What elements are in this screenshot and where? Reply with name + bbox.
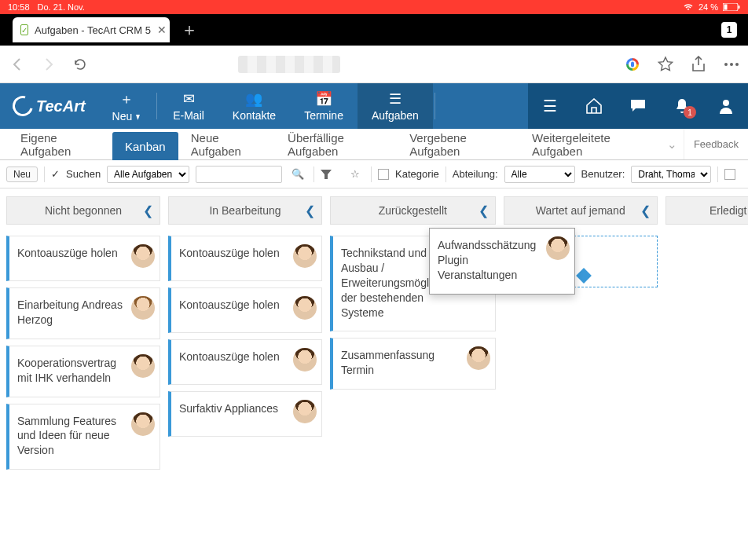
svg-point-4 — [730, 63, 733, 66]
avatar — [131, 354, 155, 378]
collapse-icon[interactable]: ❮ — [143, 203, 153, 218]
avatar — [131, 412, 155, 436]
home-button[interactable] — [572, 98, 616, 114]
column-header: Nicht begonnen ❮ — [6, 196, 160, 225]
kanban-card[interactable]: Kooperationsvertrag mit IHK verhandeln — [6, 346, 160, 397]
app-topnav: TecArt ＋ Neu ▾ ✉ E-Mail 👥 Kontakte 📅 Ter… — [0, 83, 748, 129]
check-icon[interactable]: ✓ — [51, 168, 60, 180]
tab-title: Aufgaben - TecArt CRM 5 — [35, 24, 151, 36]
collapse-icon[interactable]: ❮ — [305, 203, 315, 218]
avatar — [293, 400, 317, 423]
contacts-icon: 👥 — [245, 90, 262, 108]
back-button[interactable] — [8, 55, 27, 74]
tab-favicon: ✓ — [20, 24, 28, 35]
column-header: Wartet auf jemand ❮ — [504, 196, 658, 225]
browser-tab[interactable]: ✓ Aufgaben - TecArt CRM 5 ✕ — [13, 17, 170, 42]
avatar — [131, 244, 155, 268]
filter-bar: Neu ✓ Suchen Alle Aufgaben 🔍 ☆ Kategorie… — [0, 160, 748, 188]
notifications-button[interactable]: 1 — [660, 98, 704, 114]
subnav: Eigene Aufgaben Kanban Neue Aufgaben Übe… — [0, 129, 748, 160]
avatar — [131, 296, 155, 320]
subtab-kanban[interactable]: Kanban — [112, 132, 178, 160]
alert-badge: 1 — [684, 106, 696, 119]
kanban-column-erledigt: Erledigt — [666, 196, 748, 551]
close-tab-icon[interactable]: ✕ — [157, 24, 167, 36]
kanban-card[interactable]: Kontoauszüge holen — [168, 287, 322, 333]
new-tab-button[interactable]: ＋ — [181, 18, 198, 42]
collapse-icon[interactable]: ❮ — [640, 203, 651, 218]
subtab-weitergeleitet[interactable]: Weitergeleitete Aufgaben — [519, 129, 661, 159]
collapse-icon[interactable]: ❮ — [478, 203, 489, 218]
kanban-card[interactable]: Einarbeitung Andreas Herzog — [6, 287, 160, 339]
kanban-card[interactable]: Surfaktiv Appliances — [168, 391, 322, 437]
kanban-card[interactable]: Zusammenfassung Termin — [330, 338, 496, 390]
wifi-icon — [683, 3, 694, 11]
nav-termine[interactable]: 📅 Termine — [290, 83, 358, 129]
nav-email[interactable]: ✉ E-Mail — [159, 83, 218, 129]
benutzer-select[interactable]: Draht, Thomas — [631, 166, 711, 183]
kanban-card-dragging[interactable]: Aufwandsschätzung Plugin Veranstaltungen — [429, 228, 575, 295]
kanban-card[interactable]: Kontoauszüge holen — [168, 339, 322, 385]
voice-search-icon[interactable] — [624, 56, 641, 73]
nav-kontakte[interactable]: 👥 Kontakte — [218, 83, 290, 129]
extra-checkbox[interactable] — [724, 169, 735, 180]
bookmark-star-icon[interactable] — [657, 56, 674, 73]
menu-button[interactable]: ☰ — [528, 97, 572, 115]
app-logo[interactable]: TecArt — [0, 83, 98, 129]
abteilung-label: Abteilung: — [453, 168, 498, 180]
nav-neu[interactable]: ＋ Neu ▾ — [98, 83, 156, 129]
status-time: 10:58 — [8, 2, 30, 12]
column-header: Zurückgestellt ❮ — [330, 196, 496, 225]
reload-button[interactable] — [71, 55, 90, 74]
profile-button[interactable] — [704, 98, 748, 114]
forward-button[interactable] — [39, 55, 58, 74]
more-menu-icon[interactable] — [723, 56, 740, 73]
url-bar[interactable] — [238, 56, 340, 73]
column-header: Erledigt — [666, 196, 748, 225]
benutzer-label: Benutzer: — [581, 168, 625, 180]
search-label: Suchen — [66, 168, 101, 180]
subtab-more[interactable]: ⌄ — [661, 129, 684, 159]
share-icon[interactable] — [690, 56, 707, 73]
feedback-link[interactable]: Feedback — [684, 129, 748, 159]
tab-count-button[interactable]: 1 — [721, 22, 737, 38]
kanban-card[interactable]: Sammlung Features und Ideen für neue Ver… — [6, 404, 160, 470]
subtab-neue[interactable]: Neue Aufgaben — [178, 129, 275, 159]
favorite-icon[interactable]: ☆ — [346, 168, 365, 180]
kanban-card[interactable]: Kontoauszüge holen — [6, 236, 160, 281]
avatar — [293, 348, 317, 372]
filter-icon[interactable] — [321, 170, 339, 179]
subtab-ueberfaellig[interactable]: Überfällige Aufgaben — [275, 129, 397, 159]
subtab-vergeben[interactable]: Vergebene Aufgaben — [397, 129, 519, 159]
kanban-column-in-bearbeitung: In Bearbeitung ❮ Kontoauszüge holen Kont… — [168, 196, 322, 551]
svg-rect-1 — [724, 5, 728, 10]
search-input[interactable] — [196, 166, 282, 183]
category-label: Kategorie — [395, 168, 439, 180]
battery-icon — [723, 3, 740, 11]
kanban-board: Nicht begonnen ❮ Kontoauszüge holen Eina… — [0, 188, 748, 558]
status-battery-pct: 24 % — [698, 2, 718, 12]
new-task-button[interactable]: Neu — [6, 167, 38, 182]
avatar — [293, 244, 317, 268]
calendar-icon: 📅 — [315, 90, 332, 108]
status-date: Do. 21. Nov. — [38, 2, 85, 12]
ios-status-bar: 10:58 Do. 21. Nov. 24 % — [0, 0, 748, 14]
category-checkbox[interactable] — [378, 169, 389, 180]
svg-point-6 — [723, 100, 729, 106]
avatar — [467, 346, 490, 370]
svg-point-5 — [735, 63, 739, 66]
browser-toolbar — [0, 46, 748, 83]
browser-tabbar: ✓ Aufgaben - TecArt CRM 5 ✕ ＋ 1 — [0, 14, 748, 46]
plus-icon: ＋ — [119, 90, 134, 108]
chat-button[interactable] — [616, 98, 660, 114]
svg-point-3 — [724, 63, 728, 66]
scope-select[interactable]: Alle Aufgaben — [107, 166, 189, 183]
avatar — [293, 296, 317, 320]
search-icon[interactable]: 🔍 — [288, 168, 307, 180]
abteilung-select[interactable]: Alle — [504, 166, 575, 183]
tasks-icon: ☰ — [389, 90, 402, 108]
kanban-column-nicht-begonnen: Nicht begonnen ❮ Kontoauszüge holen Eina… — [6, 196, 160, 551]
kanban-card[interactable]: Kontoauszüge holen — [168, 236, 322, 281]
subtab-eigene[interactable]: Eigene Aufgaben — [8, 129, 112, 159]
nav-aufgaben[interactable]: ☰ Aufgaben — [358, 83, 433, 129]
